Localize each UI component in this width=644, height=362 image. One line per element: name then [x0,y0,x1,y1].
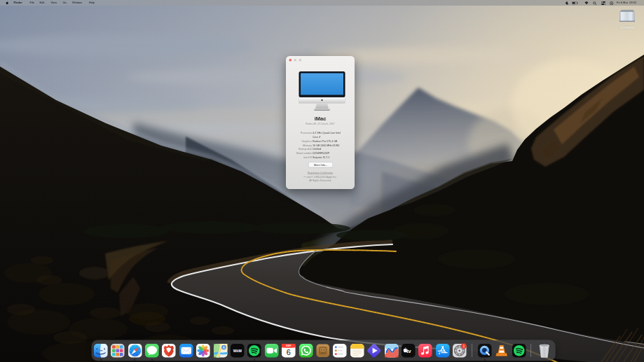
svg-text:MAR: MAR [286,344,292,347]
svg-text:WiiM: WiiM [233,349,242,353]
svg-text:6: 6 [287,348,291,356]
svg-text:1: 1 [463,344,465,348]
